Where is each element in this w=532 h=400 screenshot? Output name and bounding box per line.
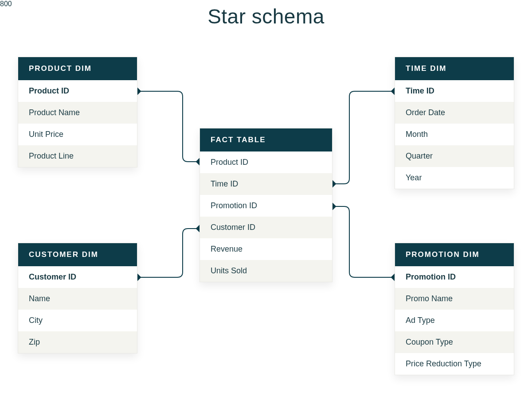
table-row: Name bbox=[18, 288, 137, 310]
table-row: Month bbox=[395, 124, 514, 145]
table-row: Zip bbox=[18, 331, 137, 353]
table-promotion-dim: PROMOTION DIM Promotion ID Promo Name Ad… bbox=[395, 243, 514, 375]
table-row: Promotion ID bbox=[395, 266, 514, 288]
table-header: TIME DIM bbox=[395, 57, 514, 80]
table-row: Promotion ID bbox=[200, 195, 332, 217]
connector-customer bbox=[134, 225, 203, 281]
table-header: FACT TABLE bbox=[200, 128, 332, 151]
table-row: Product ID bbox=[200, 151, 332, 173]
table-row: Coupon Type bbox=[395, 331, 514, 353]
table-row: Price Reduction Type bbox=[395, 353, 514, 375]
table-row: Promo Name bbox=[395, 288, 514, 310]
table-row: Year bbox=[395, 167, 514, 189]
table-row: Product ID bbox=[18, 80, 137, 102]
table-row: Quarter bbox=[395, 145, 514, 167]
table-row: Customer ID bbox=[200, 217, 332, 238]
table-row: Order Date bbox=[395, 102, 514, 124]
table-row: Time ID bbox=[395, 80, 514, 102]
table-header: CUSTOMER DIM bbox=[18, 243, 137, 266]
diagram-title: Star schema bbox=[0, 4, 532, 28]
connector-promotion bbox=[329, 203, 399, 281]
table-row: Units Sold bbox=[200, 260, 332, 282]
table-row: City bbox=[18, 310, 137, 331]
table-row: Time ID bbox=[200, 173, 332, 195]
table-row: Ad Type bbox=[395, 310, 514, 331]
table-customer-dim: CUSTOMER DIM Customer ID Name City Zip bbox=[18, 243, 137, 353]
table-product-dim: PRODUCT DIM Product ID Product Name Unit… bbox=[18, 57, 137, 167]
table-row: Customer ID bbox=[18, 266, 137, 288]
table-row: Product Name bbox=[18, 102, 137, 124]
table-row: Product Line bbox=[18, 145, 137, 167]
table-fact: FACT TABLE Product ID Time ID Promotion … bbox=[200, 128, 332, 282]
table-time-dim: TIME DIM Time ID Order Date Month Quarte… bbox=[395, 57, 514, 189]
table-header: PRODUCT DIM bbox=[18, 57, 137, 80]
table-row: Unit Price bbox=[18, 124, 137, 145]
table-header: PROMOTION DIM bbox=[395, 243, 514, 266]
connector-time bbox=[329, 88, 399, 188]
connector-product bbox=[134, 88, 203, 166]
table-row: Revenue bbox=[200, 238, 332, 260]
